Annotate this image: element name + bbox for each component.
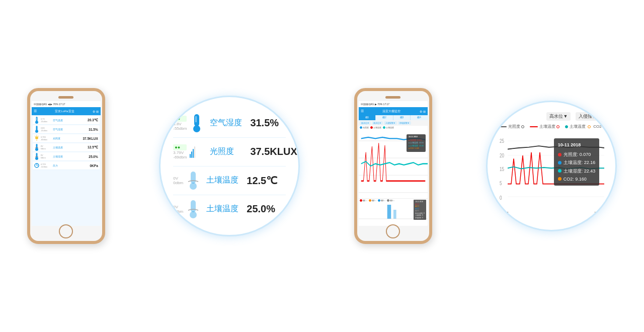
main-scene: 中国移动4G ◀ ▶ 70% 17:17 ☰ 室友LoRa室盒 ⚙ ⊞ 3.7V… [0,0,644,332]
right-zoom-dates: 10-112018 10-11 [499,211,604,220]
btn-high-water[interactable]: 高水位▼ [372,121,383,125]
zoom-light-label: 光照度 [210,146,245,157]
right-phone-tooltip: 10-11 2018 ● 光照度: 0.070 ● 土壤温度: 22.16 ● … [407,134,426,152]
svg-text:15: 15 [500,167,504,173]
svg-point-4 [35,130,38,133]
sensor-list: 3.7V-55dbm 空气温度 20.3℃ 3.8V-55dbm 空气湿度 31… [32,115,101,226]
sensor-row-1: 3.8V-55dbm 空气湿度 31.5% [33,125,100,134]
right-phone-tabs: 棚1 棚2 棚3 棚4 [359,115,428,120]
soil-hum-icon [34,153,39,160]
svg-rect-12 [36,153,37,157]
zoom-soiltemp-icon [186,172,200,190]
btn-intrusion[interactable]: 入侵报警▼ [384,121,397,125]
zoom-humidity-icon [190,114,204,132]
svg-rect-3 [36,126,37,130]
soil-temp-icon [34,144,39,151]
zoom-high-water-btn[interactable]: 高水位▼ [546,112,571,121]
svg-rect-20 [191,200,196,212]
zoom-soilhum-label: 土壤温度 [206,204,242,214]
zoom-circle-right: 高水位▼ 入侵报警▼ 光照度 土壤温度 土壤温度 CO2 [486,101,617,231]
action-buttons: 低水位▼ 高水位▼ 入侵报警▼ 停电报警▼ [359,120,428,126]
light-icon [34,135,39,142]
sensor-row-3: 0V0dbm 土壤温度 12.5℃ [33,143,100,152]
phone-left-screen: 中国移动4G ◀ ▶ 70% 17:17 ☰ 室友LoRa室盒 ⚙ ⊞ 3.7V… [32,101,101,226]
btn-low-water[interactable]: 低水位▼ [360,121,371,125]
right-zoom-tooltip: 10-11 2018 光照度: 0.070 土壤温度: 22.16 土壤湿度: … [554,138,600,186]
pressure-icon [34,162,39,169]
sensor-row-0: 3.7V-55dbm 空气温度 20.3℃ [33,116,100,125]
tab-1[interactable]: 棚1 [359,115,376,120]
right-phone-legend: 光照度 土壤温度 土壤温度 [359,126,428,129]
zoom-soiltemp-label: 土壤温度 [206,175,242,186]
zoom-soilhum-icon [186,200,200,218]
svg-rect-10 [36,144,37,148]
right-zoom-header: 高水位▼ 入侵报警▼ [499,112,604,121]
tab-2[interactable]: 棚2 [376,115,393,120]
bottom-tooltip: 10-11 2018 棚1 0 棚2 0 棚3 0 棚4 0 高水位报警: 0 … [414,200,426,220]
zoom-humidity-label: 空气湿度 [210,118,245,128]
svg-point-11 [35,148,38,151]
phone-right-screen: 中国移动4G ▶ 70% 17:17 ☰ 温室大棚监控 ⚙ ⊞ 棚1 棚2 棚3… [359,101,428,226]
phone-right-header: ☰ 温室大棚监控 ⚙ ⊞ [359,107,428,115]
phone-left-header: ☰ 室友LoRa室盒 ⚙ ⊞ [32,107,101,115]
btn-power[interactable]: 停电报警▼ [398,121,411,125]
svg-point-16 [193,125,200,132]
zoom-soilhum-value: 25.0% [247,203,275,215]
phone-left: 中国移动4G ◀ ▶ 70% 17:17 ☰ 室友LoRa室盒 ⚙ ⊞ 3.7V… [27,88,105,244]
zoom-circle-left: ●● 3.8V -55dbm 空气湿度 31.5% ●● 3.79V -69db… [159,96,300,236]
svg-rect-18 [191,172,196,184]
svg-line-8 [35,136,36,137]
svg-point-19 [190,183,197,190]
sensor-row-5: 4.72V-52dbm 压力 0KPa [33,161,100,170]
zoom-light-icon [190,143,204,161]
zoom-soiltemp-value: 12.5℃ [247,175,277,187]
zoom-row-soilhum: 0V 0dbm 土壤温度 25.0% [173,195,286,223]
svg-text:0: 0 [500,195,502,201]
zoom-row-light: ●● 3.79V -69dbm 光照度 37.5KLUX [173,138,286,167]
svg-point-13 [35,157,38,160]
humidity-icon [34,126,39,133]
right-zoom-legend: 光照度 土壤温度 土壤温度 CO2 [499,124,604,129]
zoom-light-value: 37.5KLUX [250,146,297,157]
status-bar-right: 中国移动4G ▶ 70% 17:17 [359,101,428,107]
status-bar-left: 中国移动4G ◀ ▶ 70% 17:17 [32,101,101,107]
svg-rect-26 [387,205,391,219]
svg-point-5 [35,136,38,139]
svg-point-21 [190,211,197,218]
right-phone-bottom-chart: 棚1 ○ 棚2 ○ 棚3 ○ 棚4 ○ 10-11 2018 棚1 0 棚2 0… [359,198,428,226]
svg-rect-17 [195,116,197,122]
temp-icon [34,117,39,124]
zoom-humidity-value: 31.5% [250,117,279,129]
svg-text:25: 25 [500,138,504,144]
svg-point-1 [35,121,38,124]
svg-text:5: 5 [500,181,502,186]
zoom-row-soiltemp: 0V 0dbm 土壤温度 12.5℃ [173,167,286,195]
svg-text:20: 20 [500,153,504,158]
sensor-row-4: 0V0dbm 土壤湿度 25.0% [33,152,100,161]
phone-right: 中国移动4G ▶ 70% 17:17 ☰ 温室大棚监控 ⚙ ⊞ 棚1 棚2 棚3… [354,88,432,244]
svg-rect-2 [36,118,37,120]
svg-rect-27 [393,210,396,219]
sensor-row-2: 3.79V-69dbm 光照度 37.5KLUX [33,134,100,143]
right-zoom-chart: 25 20 15 5 0 10-11 2018 [499,133,604,209]
right-phone-main-chart: 10-11 2018 ● 光照度: 0.070 ● 土壤温度: 22.16 ● … [359,129,428,198]
svg-line-9 [38,136,39,137]
tab-3[interactable]: 棚3 [393,115,411,120]
zoom-row-humidity: ●● 3.8V -55dbm 空气湿度 31.5% [173,109,286,138]
zoom-intrusion-btn[interactable]: 入侵报警▼ [576,112,604,121]
tab-4[interactable]: 棚4 [411,115,428,120]
